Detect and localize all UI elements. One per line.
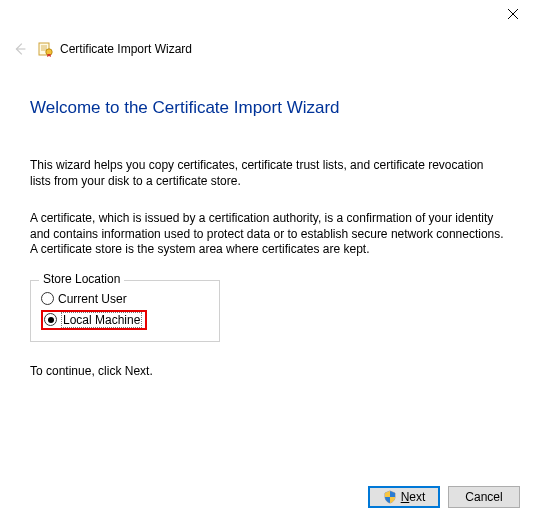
description-para-1: This wizard helps you copy certificates,…	[30, 158, 505, 189]
radio-current-user-label: Current User	[58, 292, 127, 306]
radio-current-user[interactable]: Current User	[41, 291, 209, 307]
back-arrow-icon	[11, 40, 29, 58]
next-button-label: Next	[401, 490, 426, 504]
red-highlight-box: Local Machine	[41, 310, 147, 330]
wizard-title: Certificate Import Wizard	[60, 42, 192, 56]
wizard-header: Certificate Import Wizard	[0, 30, 535, 68]
certificate-icon	[38, 41, 54, 57]
radio-icon-selected	[44, 313, 57, 326]
radio-local-machine-label: Local Machine	[61, 312, 142, 328]
uac-shield-icon	[383, 490, 397, 504]
page-title: Welcome to the Certificate Import Wizard	[30, 98, 505, 118]
close-button[interactable]	[490, 0, 535, 28]
next-button[interactable]: Next	[368, 486, 440, 508]
store-location-legend: Store Location	[39, 272, 124, 286]
cancel-button-label: Cancel	[465, 490, 502, 504]
cancel-button[interactable]: Cancel	[448, 486, 520, 508]
back-button	[10, 39, 30, 59]
radio-local-machine[interactable]: Local Machine	[41, 309, 209, 331]
close-icon	[508, 9, 518, 19]
radio-icon-unselected	[41, 292, 54, 305]
store-location-group: Store Location Current User Local Machin…	[30, 280, 220, 342]
description-para-2: A certificate, which is issued by a cert…	[30, 211, 505, 258]
continue-hint: To continue, click Next.	[30, 364, 505, 378]
